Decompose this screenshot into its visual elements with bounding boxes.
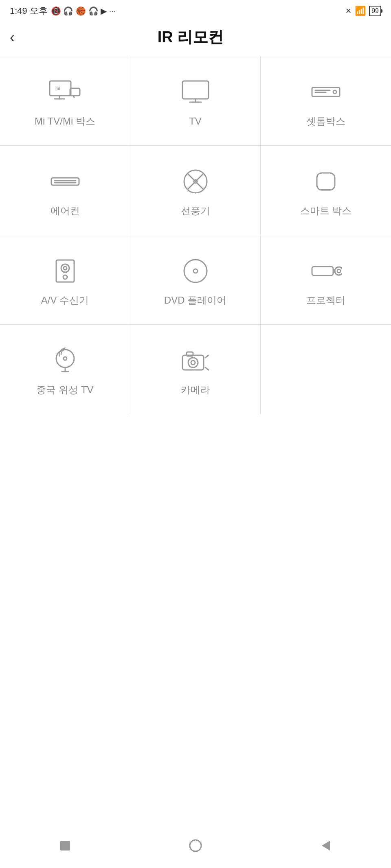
- aircon-label: 에어컨: [51, 204, 80, 218]
- svg-rect-40: [187, 352, 193, 356]
- page-title: IR 리모컨: [15, 27, 367, 48]
- satellite-label: 중국 위성 TV: [36, 383, 93, 397]
- status-left: 1:49 오후 📵 🎧 🏀 🎧 ▶ ···: [10, 5, 116, 17]
- tv-label: TV: [189, 114, 202, 128]
- back-button[interactable]: ‹: [10, 30, 15, 45]
- dvd-label: DVD 플레이어: [164, 293, 226, 307]
- smartbox-label: 스마트 박스: [300, 204, 352, 218]
- svg-point-24: [64, 267, 67, 270]
- fan-icon: [179, 167, 212, 196]
- svg-point-44: [190, 840, 201, 851]
- projector-icon: [310, 257, 342, 285]
- aircon-icon: [49, 167, 81, 196]
- header: ‹ IR 리모컨: [0, 20, 391, 56]
- grid-item-settop[interactable]: 셋톱박스: [261, 56, 391, 146]
- status-right: ✕ 📶 99: [345, 6, 381, 16]
- svg-rect-4: [70, 88, 80, 96]
- tv-icon: [179, 78, 212, 106]
- battery-indicator: 99: [369, 6, 381, 16]
- status-bar: 1:49 오후 📵 🎧 🏀 🎧 ▶ ··· ✕ 📶 99: [0, 0, 391, 20]
- svg-rect-20: [317, 173, 335, 190]
- svg-rect-6: [182, 81, 209, 99]
- camera-label: 카메라: [181, 383, 210, 397]
- grid-item-dvd[interactable]: DVD 플레이어: [130, 235, 261, 325]
- svg-rect-13: [51, 178, 79, 185]
- grid-item-smartbox[interactable]: 스마트 박스: [261, 146, 391, 235]
- svg-point-25: [63, 275, 67, 279]
- status-icons: 📵 🎧 🏀 🎧 ▶ ···: [51, 6, 116, 16]
- av-label: A/V 수신기: [41, 293, 89, 307]
- time-display: 1:49 오후: [10, 5, 48, 17]
- dvd-icon: [179, 257, 212, 285]
- settop-label: 셋톱박스: [306, 114, 345, 128]
- nav-home-button[interactable]: [185, 835, 206, 856]
- svg-point-30: [337, 269, 340, 273]
- square-icon: [57, 837, 73, 854]
- grid-item-aircon[interactable]: 에어컨: [0, 146, 130, 235]
- back-triangle-icon: [318, 837, 334, 854]
- camera-icon: [179, 346, 212, 375]
- svg-point-12: [333, 90, 336, 94]
- svg-rect-43: [60, 841, 70, 851]
- svg-point-27: [193, 269, 198, 273]
- grid-item-empty: [261, 325, 391, 414]
- svg-line-5: [73, 96, 74, 97]
- svg-rect-28: [312, 267, 333, 275]
- svg-point-39: [191, 361, 195, 365]
- smartbox-icon: [310, 167, 342, 196]
- grid-item-mi-tv[interactable]: mi Mi TV/Mi 박스: [0, 56, 130, 146]
- svg-point-26: [184, 260, 207, 282]
- grid-item-camera[interactable]: 카메라: [130, 325, 261, 414]
- svg-marker-45: [322, 841, 330, 851]
- grid-item-satellite[interactable]: 중국 위성 TV: [0, 325, 130, 414]
- battery-level: 99: [371, 7, 379, 15]
- svg-text:mi: mi: [55, 86, 60, 91]
- svg-point-34: [64, 357, 67, 360]
- svg-line-42: [205, 367, 209, 370]
- x-icon: ✕: [345, 7, 351, 15]
- fan-label: 선풍기: [181, 204, 210, 218]
- grid-item-projector[interactable]: 프로젝터: [261, 235, 391, 325]
- circle-icon: [187, 837, 204, 854]
- grid-item-fan[interactable]: 선풍기: [130, 146, 261, 235]
- svg-point-33: [56, 350, 74, 367]
- settop-icon: [310, 78, 342, 106]
- nav-back-button[interactable]: [316, 835, 336, 856]
- mi-tv-label: Mi TV/Mi 박스: [35, 114, 95, 128]
- mi-tv-icon: mi: [49, 78, 81, 106]
- svg-rect-0: [50, 81, 71, 96]
- bottom-navigation: [0, 827, 391, 868]
- grid-item-av[interactable]: A/V 수신기: [0, 235, 130, 325]
- svg-point-38: [188, 358, 198, 367]
- satellite-icon: [49, 346, 81, 375]
- wifi-icon: 📶: [355, 6, 366, 16]
- nav-square-button[interactable]: [55, 835, 75, 856]
- svg-point-23: [61, 264, 69, 272]
- projector-label: 프로젝터: [306, 293, 345, 307]
- grid-item-tv[interactable]: TV: [130, 56, 261, 146]
- device-grid: mi Mi TV/Mi 박스 TV 셋톱박스 에어컨: [0, 56, 391, 414]
- av-icon: [49, 257, 81, 285]
- svg-line-41: [205, 355, 209, 358]
